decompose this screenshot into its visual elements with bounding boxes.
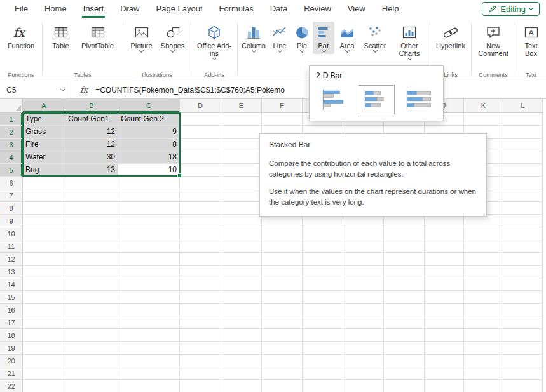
cell-G20[interactable] <box>303 355 343 367</box>
column-header-L[interactable]: L <box>503 99 543 113</box>
cell-B7[interactable] <box>65 189 118 202</box>
cell-A7[interactable] <box>23 189 65 202</box>
cell-E21[interactable] <box>221 367 262 380</box>
scatter-chart-button[interactable]: Scatter <box>360 22 390 54</box>
cell-G14[interactable] <box>303 278 343 291</box>
row-header-5[interactable]: 5 <box>0 164 23 177</box>
cell-L5[interactable] <box>503 164 543 177</box>
cell-K12[interactable] <box>464 253 503 266</box>
cell-D7[interactable] <box>180 189 221 202</box>
cell-I12[interactable] <box>384 253 425 266</box>
cell-J14[interactable] <box>425 278 464 291</box>
cell-C8[interactable] <box>118 202 180 215</box>
cell-B9[interactable] <box>65 215 118 227</box>
cell-H18[interactable] <box>343 329 384 342</box>
editing-mode-button[interactable]: Editing <box>482 2 540 16</box>
cell-D5[interactable] <box>180 164 221 177</box>
cell-I19[interactable] <box>384 342 425 355</box>
cell-G18[interactable] <box>303 329 343 342</box>
row-header-22[interactable]: 22 <box>0 380 23 392</box>
cell-L2[interactable] <box>503 126 543 139</box>
cell-H13[interactable] <box>343 266 384 278</box>
row-header-1[interactable]: 1 <box>0 113 23 126</box>
cell-C16[interactable] <box>118 304 180 316</box>
cell-F15[interactable] <box>262 291 303 304</box>
cell-C12[interactable] <box>118 253 180 266</box>
text-box-button[interactable]: A Text Box <box>518 22 545 59</box>
function-button[interactable]: fx Function <box>3 22 39 51</box>
cell-J18[interactable] <box>425 329 464 342</box>
cell-H10[interactable] <box>343 227 384 240</box>
cell-E10[interactable] <box>221 227 262 240</box>
cell-D14[interactable] <box>180 278 221 291</box>
cell-J10[interactable] <box>425 227 464 240</box>
cell-B13[interactable] <box>65 266 118 278</box>
cell-I20[interactable] <box>384 355 425 367</box>
cell-B2[interactable]: 12 <box>65 126 118 139</box>
menu-tab-help[interactable]: Help <box>374 0 407 18</box>
cell-D20[interactable] <box>180 355 221 367</box>
row-header-9[interactable]: 9 <box>0 215 23 227</box>
cell-C9[interactable] <box>118 215 180 227</box>
row-header-17[interactable]: 17 <box>0 316 23 329</box>
column-header-K[interactable]: K <box>464 99 503 113</box>
cell-B14[interactable] <box>65 278 118 291</box>
cell-D8[interactable] <box>180 202 221 215</box>
cell-E14[interactable] <box>221 278 262 291</box>
cell-B21[interactable] <box>65 367 118 380</box>
cell-D22[interactable] <box>180 380 221 392</box>
cell-C3[interactable]: 8 <box>118 139 180 151</box>
cell-A3[interactable]: Fire <box>23 139 65 151</box>
cell-L19[interactable] <box>503 342 543 355</box>
cell-F1[interactable] <box>262 113 303 126</box>
cell-I18[interactable] <box>384 329 425 342</box>
cell-D13[interactable] <box>180 266 221 278</box>
cell-H22[interactable] <box>343 380 384 392</box>
column-header-B[interactable]: B <box>65 99 118 113</box>
row-header-2[interactable]: 2 <box>0 126 23 139</box>
cell-K13[interactable] <box>464 266 503 278</box>
column-header-F[interactable]: F <box>262 99 303 113</box>
menu-tab-review[interactable]: Review <box>296 0 339 18</box>
cell-L21[interactable] <box>503 367 543 380</box>
name-box[interactable]: C5 <box>0 81 71 98</box>
cell-H21[interactable] <box>343 367 384 380</box>
cell-D19[interactable] <box>180 342 221 355</box>
cell-L7[interactable] <box>503 189 543 202</box>
row-header-8[interactable]: 8 <box>0 202 23 215</box>
cell-B15[interactable] <box>65 291 118 304</box>
cell-G13[interactable] <box>303 266 343 278</box>
column-header-C[interactable]: C <box>118 99 180 113</box>
row-header-13[interactable]: 13 <box>0 266 23 278</box>
cell-F20[interactable] <box>262 355 303 367</box>
cell-E20[interactable] <box>221 355 262 367</box>
table-button[interactable]: Table <box>46 22 76 51</box>
cell-F19[interactable] <box>262 342 303 355</box>
row-header-3[interactable]: 3 <box>0 139 23 151</box>
cell-L17[interactable] <box>503 316 543 329</box>
cell-D3[interactable] <box>180 139 221 151</box>
cell-C20[interactable] <box>118 355 180 367</box>
row-header-19[interactable]: 19 <box>0 342 23 355</box>
cell-L4[interactable] <box>503 151 543 164</box>
row-header-10[interactable]: 10 <box>0 227 23 240</box>
clustered-bar-option[interactable] <box>316 85 353 114</box>
cell-D11[interactable] <box>180 240 221 253</box>
cell-K22[interactable] <box>464 380 503 392</box>
cell-J15[interactable] <box>425 291 464 304</box>
cell-A2[interactable]: Grass <box>23 126 65 139</box>
cell-F9[interactable] <box>262 215 303 227</box>
cell-A14[interactable] <box>23 278 65 291</box>
cell-E19[interactable] <box>221 342 262 355</box>
cell-J20[interactable] <box>425 355 464 367</box>
cell-B8[interactable] <box>65 202 118 215</box>
cell-J9[interactable] <box>425 215 464 227</box>
cell-A17[interactable] <box>23 316 65 329</box>
cell-E17[interactable] <box>221 316 262 329</box>
cell-C15[interactable] <box>118 291 180 304</box>
cell-A13[interactable] <box>23 266 65 278</box>
cell-J12[interactable] <box>425 253 464 266</box>
cell-G9[interactable] <box>303 215 343 227</box>
cell-E8[interactable] <box>221 202 262 215</box>
column-header-A[interactable]: A <box>23 99 65 113</box>
